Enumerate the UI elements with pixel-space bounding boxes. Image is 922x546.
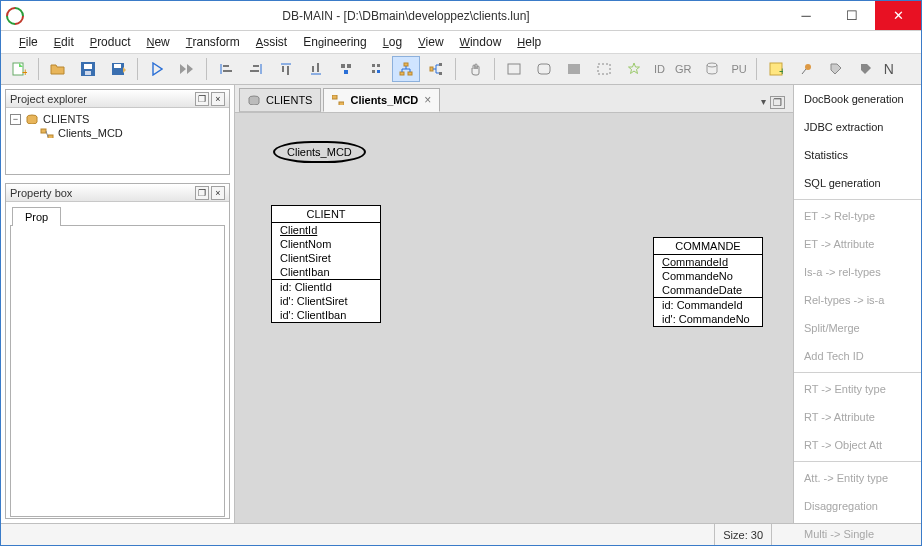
tree-collapse-icon[interactable]: − (10, 114, 21, 125)
tab-clients-mcd[interactable]: Clients_MCD × (323, 88, 440, 112)
panel-close-icon[interactable]: × (211, 186, 225, 200)
tab-maximize-icon[interactable]: ❐ (770, 96, 785, 109)
tab-clients[interactable]: CLIENTS (239, 88, 321, 112)
entity-id: id: CommandeId (654, 298, 762, 312)
svg-rect-47 (339, 102, 344, 105)
svg-rect-14 (282, 66, 284, 72)
tab-label: Clients_MCD (350, 94, 418, 106)
status-size: Size: 30 (714, 524, 771, 545)
tab-menu-icon[interactable]: ▾ (761, 96, 766, 109)
schema-name-label[interactable]: Clients_MCD (273, 141, 366, 163)
save-icon[interactable] (74, 56, 102, 82)
menu-edit[interactable]: Edit (48, 33, 80, 51)
entity-commande[interactable]: COMMANDECommandeIdCommandeNoCommandeDate… (653, 237, 763, 327)
assist-rt-entity-type: RT -> Entity type (794, 375, 921, 403)
assist-jdbc-extraction[interactable]: JDBC extraction (794, 113, 921, 141)
align-left-icon[interactable] (212, 56, 240, 82)
panel-restore-icon[interactable]: ❐ (195, 186, 209, 200)
svg-rect-28 (408, 72, 412, 75)
assist-sql-generation[interactable]: SQL generation (794, 169, 921, 197)
project-explorer-panel: Project explorer ❐ × − CLIENTS Clients_M… (5, 89, 230, 175)
tab-close-icon[interactable]: × (424, 93, 431, 107)
tree-layout-icon[interactable] (422, 56, 450, 82)
rounded-rect-icon[interactable] (530, 56, 558, 82)
menu-file[interactable]: File (13, 33, 44, 51)
panel-restore-icon[interactable]: ❐ (195, 92, 209, 106)
pin-icon[interactable] (792, 56, 820, 82)
maximize-button[interactable]: ☐ (829, 1, 875, 30)
menu-window[interactable]: Window (454, 33, 508, 51)
save-all-icon[interactable] (104, 56, 132, 82)
entity-header: CLIENT (272, 206, 380, 223)
assist-att-entity-type: Att. -> Entity type (794, 464, 921, 492)
layout2-icon[interactable] (362, 56, 390, 82)
svg-text:+: + (779, 65, 783, 76)
diagram-canvas[interactable]: Clients_MCDCLIENTClientIdClientNomClient… (235, 113, 793, 523)
assist-split-merge: Split/Merge (794, 314, 921, 342)
new-icon[interactable]: + (5, 56, 33, 82)
svg-rect-11 (253, 65, 259, 67)
layout1-icon[interactable] (332, 56, 360, 82)
svg-rect-21 (344, 70, 348, 74)
menu-help[interactable]: Help (511, 33, 547, 51)
play-icon[interactable] (143, 56, 171, 82)
entity-client[interactable]: CLIENTClientIdClientNomClientSiretClient… (271, 205, 381, 323)
left-column: Project explorer ❐ × − CLIENTS Clients_M… (1, 85, 234, 523)
assist-rt-attribute: RT -> Attribute (794, 403, 921, 431)
entity-attr: ClientSiret (272, 251, 380, 265)
svg-line-44 (46, 131, 48, 137)
filled-rect-icon[interactable] (560, 56, 588, 82)
gr-button[interactable]: GR (671, 63, 696, 75)
entity-id: id': CommandeNo (654, 312, 762, 326)
align-top-icon[interactable] (272, 56, 300, 82)
align-bottom-icon[interactable] (302, 56, 330, 82)
assist-rt-object-att: RT -> Object Att (794, 431, 921, 459)
assist-rel-types-is-a: Rel-types -> is-a (794, 286, 921, 314)
assist-docbook-generation[interactable]: DocBook generation (794, 85, 921, 113)
fast-forward-icon[interactable] (173, 56, 201, 82)
star-icon[interactable] (620, 56, 648, 82)
tag-icon[interactable] (822, 56, 850, 82)
menu-assist[interactable]: Assist (250, 33, 293, 51)
svg-rect-29 (430, 67, 433, 71)
hand-icon[interactable] (461, 56, 489, 82)
svg-line-40 (802, 69, 806, 74)
menu-engineering[interactable]: Engineering (297, 33, 373, 51)
menu-new[interactable]: New (140, 33, 175, 51)
rect-icon[interactable] (500, 56, 528, 82)
auto-layout-icon[interactable] (392, 56, 420, 82)
assist-is-a-rel-types: Is-a -> rel-types (794, 258, 921, 286)
id-button[interactable]: ID (650, 63, 669, 75)
prop-tab[interactable]: Prop (12, 207, 61, 226)
assist-add-tech-id: Add Tech ID (794, 342, 921, 370)
minimize-button[interactable]: ─ (783, 1, 829, 30)
tree-child[interactable]: Clients_MCD (10, 126, 225, 140)
svg-rect-42 (41, 129, 46, 133)
open-icon[interactable] (44, 56, 72, 82)
window-title: DB-MAIN - [D:\DBmain\developpez\clients.… (29, 9, 783, 23)
align-right-icon[interactable] (242, 56, 270, 82)
note-icon[interactable]: + (762, 56, 790, 82)
svg-text:+: + (22, 66, 27, 77)
entity-attr: ClientNom (272, 237, 380, 251)
menu-view[interactable]: View (412, 33, 449, 51)
assist-statistics[interactable]: Statistics (794, 141, 921, 169)
tab-label: CLIENTS (266, 94, 312, 106)
menu-log[interactable]: Log (377, 33, 408, 51)
dashed-rect-icon[interactable] (590, 56, 618, 82)
more-icon[interactable]: N (882, 56, 896, 82)
tag-filled-icon[interactable] (852, 56, 880, 82)
pu-button[interactable]: PU (728, 63, 751, 75)
svg-rect-30 (439, 63, 442, 66)
schema-icon (40, 128, 54, 138)
close-button[interactable]: ✕ (875, 1, 921, 30)
tree-root[interactable]: − CLIENTS (10, 112, 225, 126)
panel-close-icon[interactable]: × (211, 92, 225, 106)
cylinder-icon[interactable] (698, 56, 726, 82)
tree-root-label: CLIENTS (43, 113, 89, 125)
svg-rect-22 (372, 64, 375, 67)
entity-attr: CommandeDate (654, 283, 762, 297)
menu-transform[interactable]: Transform (180, 33, 246, 51)
assist-et-rel-type: ET -> Rel-type (794, 202, 921, 230)
menu-product[interactable]: Product (84, 33, 137, 51)
